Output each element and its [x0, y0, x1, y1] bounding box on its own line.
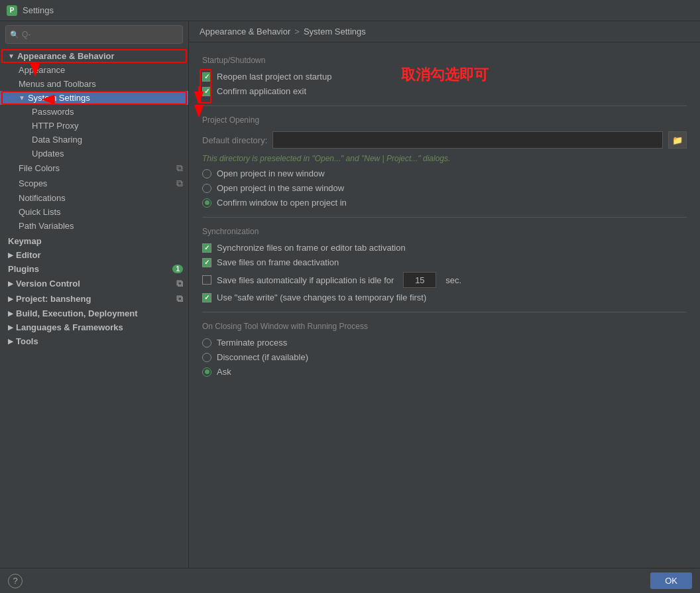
idle-time-input[interactable]: [403, 272, 436, 288]
bottom-right: OK: [650, 572, 692, 589]
sidebar-item-data-sharing[interactable]: Data Sharing: [0, 133, 188, 147]
confirm-exit-checkbox[interactable]: ✓: [202, 87, 211, 96]
sidebar-item-plugins[interactable]: Plugins 1: [0, 262, 188, 276]
save-idle-row: Save files automatically if application …: [202, 272, 687, 288]
disconnect-radio[interactable]: [202, 353, 211, 362]
sidebar-item-project-bansheng[interactable]: ▶ Project: bansheng ⧉: [0, 291, 188, 306]
sidebar-item-label: Plugins: [8, 264, 39, 274]
annotation-arrows: [214, 58, 406, 111]
ask-row: Ask: [202, 367, 687, 377]
check-mark-2: ✓: [204, 88, 209, 95]
divider-2: [202, 217, 687, 218]
disconnect-row: Disconnect (if available): [202, 352, 687, 362]
confirm-exit-row: ✓ Confirm application exit: [202, 86, 687, 96]
sidebar-item-menus-toolbars[interactable]: Menus and Toolbars: [0, 77, 188, 91]
search-input[interactable]: [22, 30, 178, 39]
sidebar-item-http-proxy[interactable]: HTTP Proxy: [0, 119, 188, 133]
sidebar-item-label: Path Variables: [19, 221, 74, 231]
sidebar-item-system-settings[interactable]: ▼ System Settings: [0, 91, 188, 105]
radio-selected-dot: [205, 200, 209, 205]
annotation-text: 取消勾选即可: [401, 65, 489, 85]
help-button[interactable]: ?: [8, 574, 23, 588]
save-idle-label: Save files automatically if application …: [217, 275, 394, 285]
search-box[interactable]: 🔍: [5, 25, 183, 44]
sidebar-item-version-control[interactable]: ▶ Version Control ⧉: [0, 276, 188, 291]
save-idle-checkbox[interactable]: [202, 275, 211, 285]
tree-arrow-system-settings: ▼: [19, 94, 25, 101]
sync-files-checkbox[interactable]: ✓: [202, 243, 211, 253]
safe-write-checkbox[interactable]: ✓: [202, 293, 211, 302]
ask-radio-dot: [205, 369, 209, 374]
sidebar-item-label: Quick Lists: [19, 207, 61, 217]
same-window-row: Open project in the same window: [202, 183, 687, 193]
sidebar-item-build-execution[interactable]: ▶ Build, Execution, Deployment: [0, 306, 188, 320]
sidebar-item-updates[interactable]: Updates: [0, 147, 188, 161]
terminate-radio[interactable]: [202, 338, 211, 348]
copy-icon: ⧉: [176, 163, 183, 174]
save-deactivation-label: Save files on frame deactivation: [217, 257, 339, 267]
breadcrumb-parent: Appearance & Behavior: [200, 27, 290, 36]
sidebar-item-path-variables[interactable]: Path Variables: [0, 219, 188, 233]
sidebar-item-scopes[interactable]: Scopes ⧉: [0, 176, 188, 191]
sidebar-item-label: Editor: [16, 250, 41, 260]
sidebar-item-label: Passwords: [32, 107, 74, 117]
tree-arrow-languages: ▶: [8, 324, 13, 331]
terminate-row: Terminate process: [202, 338, 687, 348]
sidebar-item-label: Build, Execution, Deployment: [16, 308, 137, 318]
copy-icon-vc: ⧉: [176, 278, 183, 289]
new-window-label: Open project in new window: [217, 168, 325, 178]
divider-1: [202, 105, 687, 106]
save-deactivation-checkbox[interactable]: ✓: [202, 258, 211, 267]
new-window-row: Open project in new window: [202, 168, 687, 178]
sidebar-item-passwords[interactable]: Passwords: [0, 105, 188, 119]
sidebar-tree: ▼ Appearance & Behavior Appearance Menus…: [0, 48, 188, 568]
tree-arrow-build: ▶: [8, 310, 13, 317]
confirm-window-radio[interactable]: [202, 198, 211, 208]
disconnect-label: Disconnect (if available): [217, 352, 308, 362]
copy-icon-scopes: ⧉: [176, 178, 183, 189]
sidebar-item-tools[interactable]: ▶ Tools: [0, 334, 188, 348]
sidebar-item-label: Languages & Frameworks: [16, 322, 123, 332]
search-icon: 🔍: [10, 31, 19, 39]
reopen-project-checkbox[interactable]: ✓: [202, 72, 211, 82]
confirm-window-label: Confirm window to open project in: [217, 198, 347, 208]
sidebar-item-notifications[interactable]: Notifications: [0, 191, 188, 205]
settings-content: Startup/Shutdown ✓ Reopen last project o…: [189, 42, 700, 568]
sidebar-item-label: Keymap: [8, 236, 42, 246]
sidebar-item-quick-lists[interactable]: Quick Lists: [0, 205, 188, 219]
same-window-label: Open project in the same window: [217, 183, 344, 193]
sidebar-item-label: File Colors: [19, 163, 60, 173]
reopen-project-label: Reopen last project on startup: [217, 72, 331, 82]
bottom-bar: ? OK: [0, 568, 700, 593]
sidebar-item-appearance-behavior[interactable]: ▼ Appearance & Behavior: [0, 49, 188, 63]
sidebar-item-file-colors[interactable]: File Colors ⧉: [0, 161, 188, 176]
title-bar: P Settings: [0, 0, 700, 21]
sidebar-item-keymap[interactable]: Keymap: [0, 234, 188, 248]
new-window-radio[interactable]: [202, 169, 211, 178]
dir-browse-button[interactable]: 📁: [668, 131, 687, 149]
default-dir-input[interactable]: [272, 131, 663, 149]
sidebar-item-label: Data Sharing: [32, 135, 82, 145]
tree-arrow-appearance-behavior: ▼: [8, 52, 15, 60]
sidebar-item-label: Updates: [32, 149, 64, 159]
title-bar-text: Settings: [23, 5, 54, 15]
sync-files-label: Synchronize files on frame or editor tab…: [217, 243, 406, 253]
sidebar-item-languages-frameworks[interactable]: ▶ Languages & Frameworks: [0, 320, 188, 334]
content-area: Appearance & Behavior > System Settings …: [189, 21, 700, 568]
sidebar-item-editor[interactable]: ▶ Editor: [0, 248, 188, 262]
sidebar-item-label: Appearance & Behavior: [17, 51, 115, 61]
check-sync: ✓: [204, 244, 209, 251]
sidebar-item-label: Menus and Toolbars: [19, 79, 96, 89]
check-safe-write: ✓: [204, 294, 209, 301]
sidebar-item-label: Notifications: [19, 193, 66, 203]
ask-radio[interactable]: [202, 367, 211, 377]
ok-button[interactable]: OK: [650, 572, 692, 589]
bottom-left: ?: [8, 574, 23, 588]
closing-section-title: On Closing Tool Window with Running Proc…: [202, 322, 687, 331]
sidebar-item-label: Version Control: [16, 279, 80, 289]
copy-icon-project: ⧉: [176, 293, 183, 304]
same-window-radio[interactable]: [202, 184, 211, 193]
sidebar-item-appearance[interactable]: Appearance: [0, 63, 188, 77]
sidebar-item-label: Scopes: [19, 178, 47, 188]
confirm-exit-label: Confirm application exit: [217, 86, 306, 96]
